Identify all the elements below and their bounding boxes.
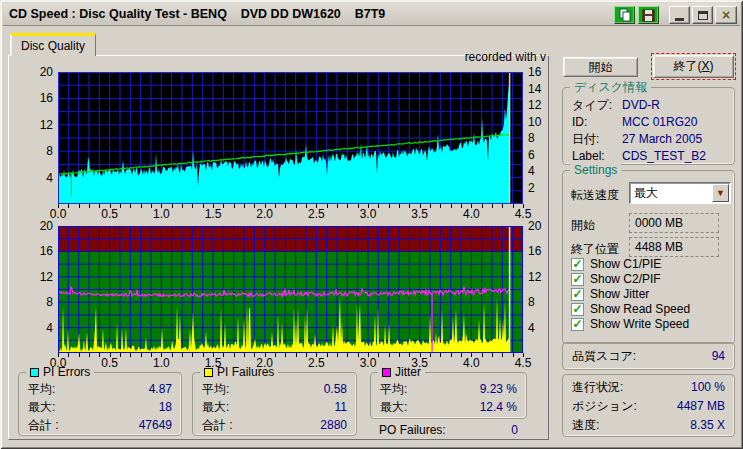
copy-icon <box>618 8 632 22</box>
speed-row: 速度:8.35 X <box>563 416 734 435</box>
tab-disc-quality[interactable]: Disc Quality <box>10 33 96 56</box>
pi-failures-and-jitter-vs-disc-position-svg <box>58 226 523 353</box>
recorded-with-note: recorded with v <box>420 50 546 64</box>
axis-tick-label: 1.0 <box>153 356 170 370</box>
close-button[interactable]: × <box>715 6 737 24</box>
axis-tick-label: 0.0 <box>50 356 67 370</box>
axis-tick-label: 2 <box>528 181 535 195</box>
checkbox-show-write-speed[interactable]: ✓Show Write Speed <box>571 317 689 331</box>
disc-info-row: ID:MCC 01RG20 <box>563 114 734 131</box>
pi-errors-chart <box>58 72 523 204</box>
pi-errors-vs-disc-position-svg <box>58 72 523 204</box>
checkbox-show-jitter[interactable]: ✓Show Jitter <box>571 287 649 301</box>
minimize-icon <box>675 18 684 21</box>
axis-tick-label: 3.0 <box>360 356 377 370</box>
axis-tick-label: 14 <box>528 82 541 96</box>
end-position-input[interactable]: 4488 MB <box>629 237 719 257</box>
axis-tick-label: 1.0 <box>153 207 170 221</box>
axis-tick-label: 4.5 <box>515 356 532 370</box>
axis-tick-label: 16 <box>40 91 53 105</box>
save-button[interactable] <box>638 6 659 24</box>
axis-tick-label: 16 <box>528 244 541 258</box>
jitter-swatch-icon <box>382 368 391 377</box>
axis-tick-label: 2.0 <box>256 356 273 370</box>
stat-row: 合計 :47649 <box>19 416 181 434</box>
axis-tick-label: 4 <box>528 321 535 335</box>
exit-button[interactable]: 終了(X) <box>651 53 736 80</box>
maximize-button[interactable] <box>692 6 713 24</box>
axis-tick-label: 4 <box>46 171 53 185</box>
axis-tick-label: 4 <box>46 321 53 335</box>
checkmark-icon: ✓ <box>571 303 584 316</box>
axis-tick-label: 10 <box>528 115 541 129</box>
pi-errors-swatch-icon <box>30 368 39 377</box>
start-position-input[interactable]: 0000 MB <box>629 213 719 233</box>
axis-tick-label: 2.5 <box>308 356 325 370</box>
checkmark-icon: ✓ <box>571 273 584 286</box>
disc-info-group: ディスク情報 タイプ:DVD-R ID:MCC 01RG20 日付:27 Mar… <box>562 87 735 165</box>
axis-tick-label: 20 <box>40 65 53 79</box>
minimize-button[interactable] <box>669 6 690 24</box>
x-axis-ticks-bottom-chart <box>58 353 524 357</box>
axis-tick-label: 0.5 <box>101 207 118 221</box>
axis-tick-label: 8 <box>46 295 53 309</box>
close-icon: × <box>722 8 730 22</box>
axis-tick-label: 16 <box>528 65 541 79</box>
tab-label: Disc Quality <box>21 39 85 53</box>
axis-tick-label: 3.0 <box>360 207 377 221</box>
jitter-statbox: Jitter 平均:9.23 % 最大:12.4 % <box>370 372 527 419</box>
axis-tick-label: 1.5 <box>205 356 222 370</box>
axis-tick-label: 4.0 <box>463 356 480 370</box>
chevron-down-icon[interactable]: ▼ <box>712 184 729 202</box>
stat-row: 最大:12.4 % <box>371 398 526 416</box>
settings-group: Settings 転送速度 最大 ▼ 開始 0000 MB 終了位置 4488 … <box>562 170 735 344</box>
axis-tick-label: 8 <box>46 144 53 158</box>
axis-tick-label: 8 <box>528 131 535 145</box>
stat-row: 最大:18 <box>19 398 181 416</box>
stat-row: 平均:0.58 <box>193 380 356 398</box>
axis-tick-label: 2.5 <box>308 207 325 221</box>
speed-selected-value: 最大 <box>634 185 658 202</box>
maximize-icon <box>698 11 708 20</box>
stat-row: 合計 :2880 <box>193 416 356 434</box>
position-row: ポジション:4487 MB <box>563 397 734 416</box>
save-icon <box>642 9 655 22</box>
axis-tick-label: 8 <box>528 295 535 309</box>
axis-tick-label: 6 <box>528 148 535 162</box>
stat-row: 平均:9.23 % <box>371 380 526 398</box>
axis-tick-label: 1.5 <box>205 207 222 221</box>
pi-failures-chart <box>58 226 523 353</box>
checkmark-icon: ✓ <box>571 258 584 271</box>
checkbox-show-read-speed[interactable]: ✓Show Read Speed <box>571 302 690 316</box>
axis-tick-label: 4.0 <box>463 207 480 221</box>
checkbox-show-c1-pie[interactable]: ✓Show C1/PIE <box>571 257 661 271</box>
window-title: CD Speed : Disc Quality Test - BENQ DVD … <box>3 7 385 21</box>
x-axis-ticks-top-chart <box>58 204 524 208</box>
speed-select[interactable]: 最大 ▼ <box>629 182 731 204</box>
quality-score-row: 品質スコア:94 <box>563 343 734 369</box>
axis-tick-label: 16 <box>40 244 53 258</box>
axis-tick-label: 3.5 <box>411 356 428 370</box>
progress-row: 進行状況:100 % <box>563 378 734 397</box>
checkmark-icon: ✓ <box>571 318 584 331</box>
stat-row: 平均:4.87 <box>19 380 181 398</box>
app-window: CD Speed : Disc Quality Test - BENQ DVD … <box>0 0 743 449</box>
axis-tick-label: 3.5 <box>411 207 428 221</box>
disc-info-row: 日付:27 March 2005 <box>563 131 734 148</box>
po-failures-row: PO Failures:0 <box>370 421 527 439</box>
axis-tick-label: 12 <box>40 270 53 284</box>
checkbox-show-c2-pif[interactable]: ✓Show C2/PIF <box>571 272 661 286</box>
disc-info-title: ディスク情報 <box>570 80 651 94</box>
axis-tick-label: 2.0 <box>256 207 273 221</box>
quality-score-group: 品質スコア:94 <box>562 342 735 370</box>
speed-label: 転送速度 <box>571 187 619 204</box>
axis-tick-label: 20 <box>40 219 53 233</box>
pi-failures-statbox: PI Failures 平均:0.58 最大:11 合計 :2880 <box>192 372 357 436</box>
axis-tick-label: 12 <box>528 98 541 112</box>
axis-tick-label: 12 <box>40 118 53 132</box>
progress-group: 進行状況:100 % ポジション:4487 MB 速度:8.35 X <box>562 374 735 437</box>
start-button[interactable]: 開始 <box>563 57 638 77</box>
axis-tick-label: 20 <box>528 219 541 233</box>
copy-button[interactable] <box>614 6 635 24</box>
settings-title: Settings <box>570 163 621 177</box>
